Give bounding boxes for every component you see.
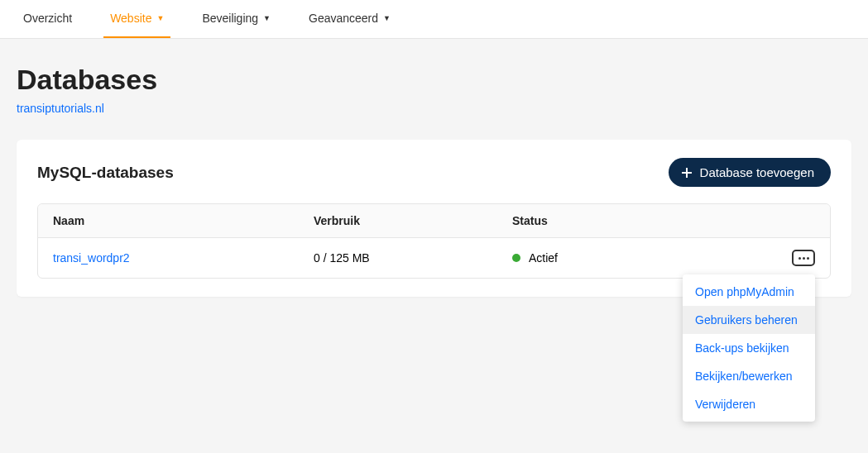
card-header: MySQL-databases Database toevoegen [37,158,831,187]
tab-label: Geavanceerd [309,12,378,25]
column-header-actions [782,214,815,227]
usage-value: 0 / 125 MB [314,251,512,265]
page-title: Databases [17,64,851,96]
table-header: Naam Verbruik Status [38,204,830,238]
column-header-name: Naam [53,214,314,227]
top-tabs: Overzicht Website ▼ Beveiliging ▼ Geavan… [0,0,868,39]
status-indicator-icon [512,254,520,262]
tab-beveiliging[interactable]: Beveiliging ▼ [195,0,277,38]
row-actions-dropdown: Open phpMyAdmin Gebruikers beheren Back-… [683,274,815,422]
status-text: Actief [529,251,558,265]
dots-icon [798,257,801,260]
dots-icon [803,257,805,260]
tab-overzicht[interactable]: Overzicht [17,0,79,38]
chevron-down-icon: ▼ [156,14,164,22]
tab-website[interactable]: Website ▼ [103,0,170,38]
chevron-down-icon: ▼ [383,14,391,22]
dropdown-backups-bekijken[interactable]: Back-ups bekijken [683,334,815,362]
dropdown-open-phpmyadmin[interactable]: Open phpMyAdmin [683,278,815,306]
databases-card: MySQL-databases Database toevoegen Naam … [17,140,851,297]
page-content: Databases transiptutorials.nl MySQL-data… [0,39,868,322]
databases-table: Naam Verbruik Status transi_wordpr2 0 / … [37,203,831,279]
chevron-down-icon: ▼ [263,14,271,22]
dropdown-bekijken-bewerken[interactable]: Bekijken/bewerken [683,362,815,390]
tab-label: Overzicht [23,12,72,25]
dots-icon [807,257,809,260]
add-button-label: Database toevoegen [700,165,814,179]
domain-link[interactable]: transiptutorials.nl [17,102,104,115]
column-header-usage: Verbruik [314,214,512,227]
plus-icon [680,166,693,179]
tab-geavanceerd[interactable]: Geavanceerd ▼ [302,0,397,38]
dropdown-verwijderen[interactable]: Verwijderen [683,390,815,418]
column-header-status: Status [512,214,782,227]
more-actions-button[interactable] [792,250,815,266]
dropdown-gebruikers-beheren[interactable]: Gebruikers beheren [683,306,815,334]
table-row: transi_wordpr2 0 / 125 MB Actief Open ph… [38,238,830,278]
add-database-button[interactable]: Database toevoegen [669,158,831,187]
tab-label: Website [110,12,151,25]
card-title: MySQL-databases [37,164,174,182]
tab-label: Beveiliging [202,12,258,25]
database-name-link[interactable]: transi_wordpr2 [53,251,130,265]
